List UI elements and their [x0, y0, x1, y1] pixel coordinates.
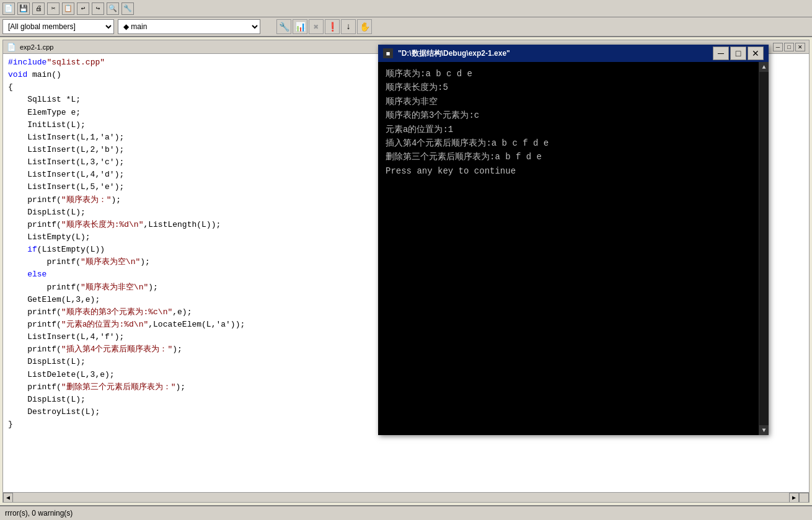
console-output[interactable]: 顺序表为:a b c d e 顺序表长度为:5 顺序表为非空 顺序表的第3个元素… [378, 62, 759, 435]
scroll-left-arrow[interactable]: ◀ [3, 493, 13, 503]
console-window: ■ "D:\数据结构\Debug\exp2-1.exe" ─ □ ✕ 顺序表为:… [378, 45, 769, 435]
toolbar-icon-6[interactable]: ↩ [77, 2, 89, 15]
toolbar-icon-8[interactable]: 🔍 [107, 2, 119, 15]
console-scroll-track[interactable] [759, 72, 769, 425]
compile-btn[interactable]: 🔧 [276, 19, 291, 34]
console-win-buttons: ─ □ ✕ [713, 46, 764, 60]
console-scroll-down[interactable]: ▼ [759, 425, 769, 435]
file-icon: 📄 [7, 43, 16, 51]
console-title-bar: ■ "D:\数据结构\Debug\exp2-1.exe" ─ □ ✕ [378, 45, 769, 62]
toolbar: 📄 💾 🖨 ✂ 📋 ↩ ↪ 🔍 🔧 [0, 0, 812, 17]
toolbar-icon-1[interactable]: 📄 [2, 2, 15, 15]
console-scroll-up[interactable]: ▲ [759, 62, 769, 72]
main-dropdown[interactable]: ◆ main [118, 19, 260, 34]
status-bar: rrror(s), 0 warning(s) [0, 505, 812, 520]
dropdown-bar: [All global members] ◆ main 🔧 📊 ✖ ❗ ↓ ✋ [0, 17, 812, 37]
stop-btn[interactable]: ✖ [309, 19, 324, 34]
console-title: "D:\数据结构\Debug\exp2-1.exe" [398, 48, 708, 59]
members-dropdown[interactable]: [All global members] [2, 19, 114, 34]
scroll-track[interactable] [13, 493, 789, 503]
next-btn[interactable]: ↓ [341, 19, 356, 34]
console-content-wrapper: 顺序表为:a b c d e 顺序表长度为:5 顺序表为非空 顺序表的第3个元素… [378, 62, 769, 435]
scroll-right-arrow[interactable]: ▶ [789, 493, 799, 503]
console-scrollbar[interactable]: ▲ ▼ [759, 62, 769, 435]
console-minimize-btn[interactable]: ─ [713, 46, 729, 60]
close-btn[interactable]: ✕ [795, 43, 805, 51]
toolbar-icon-2[interactable]: 💾 [17, 2, 30, 15]
ide-area: 📄 exp2-1.cpp ─ □ ✕ #include"sqlist.cpp" … [0, 37, 812, 505]
toolbar-btn-group: 🔧 📊 ✖ ❗ ↓ ✋ [276, 19, 372, 34]
console-icon: ■ [383, 48, 393, 58]
error-btn[interactable]: ❗ [325, 19, 340, 34]
minimize-btn[interactable]: ─ [773, 43, 783, 51]
toolbar-icon-5[interactable]: 📋 [62, 2, 74, 15]
toolbar-icon-7[interactable]: ↪ [92, 2, 104, 15]
horizontal-scrollbar[interactable]: ◀ ▶ [3, 492, 809, 502]
maximize-btn[interactable]: □ [784, 43, 794, 51]
scroll-resize [799, 493, 809, 503]
hand-btn[interactable]: ✋ [357, 19, 372, 34]
toolbar-icon-9[interactable]: 🔧 [121, 2, 134, 15]
win-buttons: ─ □ ✕ [773, 43, 805, 51]
toolbar-icon-3[interactable]: 🖨 [32, 2, 45, 15]
toolbar-icon-4[interactable]: ✂ [47, 2, 60, 15]
console-maximize-btn[interactable]: □ [730, 46, 746, 60]
status-text: rror(s), 0 warning(s) [7, 509, 73, 518]
console-close-btn[interactable]: ✕ [748, 46, 764, 60]
build-btn[interactable]: 📊 [293, 19, 307, 34]
